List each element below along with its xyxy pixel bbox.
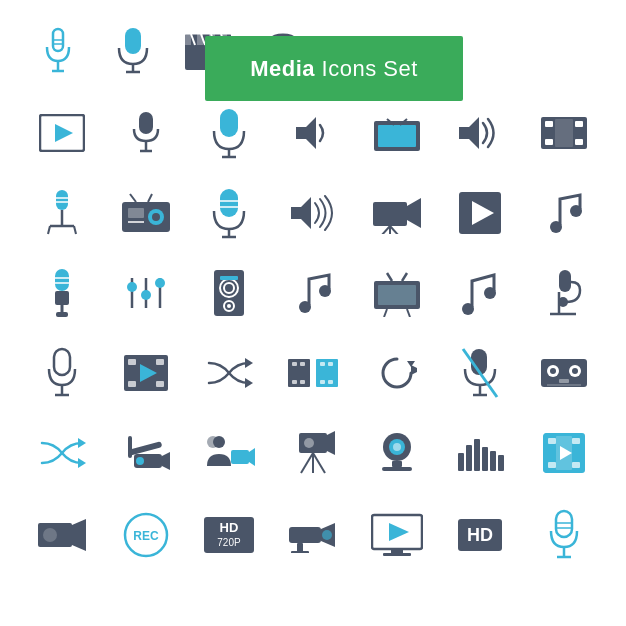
replay-icon [359,338,434,408]
svg-marker-125 [407,361,415,367]
svg-marker-149 [327,431,335,455]
svg-rect-37 [545,139,553,145]
svg-rect-114 [288,359,310,387]
svg-line-44 [48,226,50,234]
svg-rect-23 [139,112,153,134]
svg-rect-167 [548,438,556,444]
svg-rect-103 [54,349,70,375]
tv-icon [359,98,434,168]
svg-rect-16 [197,34,203,45]
svg-rect-5 [125,28,141,54]
svg-rect-51 [128,208,144,218]
hd-badge-icon: HD [443,500,518,570]
svg-rect-99 [559,270,571,292]
svg-marker-62 [407,198,421,228]
svg-marker-137 [78,438,86,448]
svg-rect-96 [378,285,416,305]
svg-marker-146 [249,448,255,466]
camera-tripod-icon [275,418,350,488]
music-note3-icon [443,258,518,328]
svg-point-69 [570,205,582,217]
svg-rect-162 [482,447,488,471]
svg-rect-109 [156,359,164,365]
svg-text:REC: REC [133,529,159,543]
rec-button-icon: REC [108,500,183,570]
mic-large-blue-icon [192,98,267,168]
svg-point-80 [141,290,151,300]
svg-text:720P: 720P [218,537,242,548]
svg-rect-135 [559,379,569,383]
equalizer-icon [108,258,183,328]
music-note-icon [527,178,602,248]
title-text: Media Icons Set [250,56,418,82]
svg-rect-121 [320,380,325,384]
film-strip2-icon [527,418,602,488]
svg-rect-110 [156,381,164,387]
svg-rect-123 [328,380,333,384]
svg-point-97 [462,303,474,315]
svg-point-98 [484,287,496,299]
film-strip-icon [527,98,602,168]
svg-point-50 [152,213,160,221]
svg-rect-120 [320,362,325,366]
svg-rect-71 [55,291,69,305]
svg-rect-160 [466,445,472,471]
svg-rect-140 [128,441,162,456]
svg-line-93 [402,273,407,281]
svg-rect-185 [291,551,309,553]
svg-marker-124 [411,365,417,375]
video-cam-person-icon [192,418,267,488]
svg-line-45 [74,226,76,234]
mic-off-icon [443,338,518,408]
svg-rect-168 [548,462,556,468]
speaker-low-icon [275,98,350,168]
svg-rect-116 [292,380,297,384]
security-cam-icon [275,500,350,570]
svg-point-150 [304,438,314,448]
microphone-hand-icon [24,258,99,328]
svg-rect-189 [383,553,411,556]
svg-point-79 [127,282,137,292]
radio-icon [108,178,183,248]
svg-rect-158 [382,467,412,471]
svg-line-92 [387,273,392,281]
tv2-icon [359,258,434,328]
monitor-play-icon [359,500,434,570]
svg-rect-31 [378,125,416,147]
speaker-high-icon [443,98,518,168]
svg-point-89 [319,285,331,297]
svg-rect-39 [575,139,583,145]
svg-line-152 [313,453,325,473]
svg-line-95 [407,309,410,317]
svg-marker-174 [72,519,86,551]
svg-rect-73 [56,312,68,317]
svg-rect-118 [300,380,305,384]
svg-point-88 [299,301,311,313]
mic-blue3-icon [527,500,602,570]
svg-rect-115 [292,362,297,366]
svg-line-53 [130,194,136,202]
equalizer-bars-icon [443,418,518,488]
video-cam2-icon [24,500,99,570]
svg-point-143 [136,457,144,465]
svg-point-134 [572,368,578,374]
svg-rect-119 [316,359,338,387]
svg-rect-40 [555,119,573,147]
svg-marker-34 [459,117,479,149]
svg-marker-60 [291,197,311,229]
svg-rect-108 [128,381,136,387]
speaker-box-icon [192,258,267,328]
svg-line-54 [148,194,152,202]
svg-rect-170 [572,462,580,468]
svg-point-86 [227,304,231,308]
mic-desk-icon [527,258,602,328]
svg-text:HD: HD [220,520,239,535]
cctv-camera-icon [108,418,183,488]
svg-line-64 [390,226,399,234]
svg-rect-122 [328,362,333,366]
svg-rect-107 [128,359,136,365]
svg-rect-159 [458,453,464,471]
svg-rect-117 [300,362,305,366]
mic-on-stand-icon [24,178,99,248]
svg-point-156 [393,443,401,451]
